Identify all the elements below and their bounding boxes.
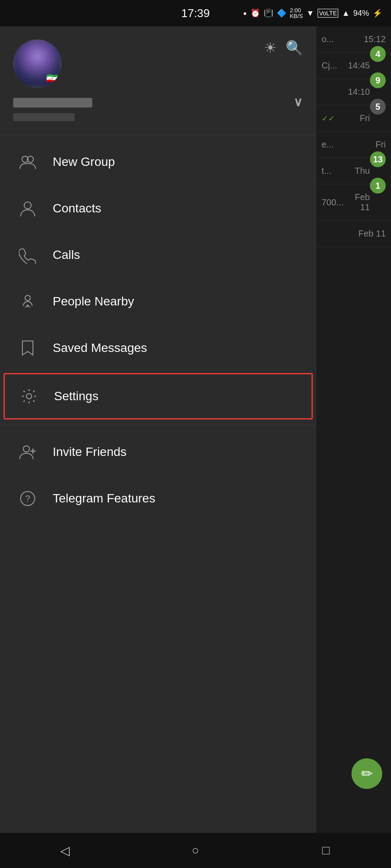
menu-item-calls[interactable]: Calls <box>0 232 316 278</box>
bookmark-icon <box>16 336 40 360</box>
battery-bolt-icon: ⚡ <box>373 8 382 18</box>
recents-icon: □ <box>322 843 329 857</box>
menu-label-contacts: Contacts <box>53 201 101 215</box>
chat-item-5[interactable]: e... Fri 13 <box>316 132 391 158</box>
status-icons: ● ⏰ 📳 🔷 2:00KB/S ▼ VoLTE ▲ 94% ⚡ <box>243 7 382 19</box>
chat-panel: o... 15:12 4 Cj... 14:45 9 14:10 5 ✓✓ Fr… <box>316 26 391 833</box>
chevron-down-icon[interactable]: ∨ <box>293 95 303 109</box>
chat-time-5: Fri <box>376 140 386 150</box>
menu-item-settings[interactable]: Settings <box>4 373 313 420</box>
chat-item-4[interactable]: ✓✓ Fri <box>316 105 391 132</box>
person-icon <box>16 197 40 220</box>
question-icon: ? <box>16 487 40 510</box>
pencil-icon: ✏ <box>361 765 373 782</box>
chat-time-3: 14:10 <box>348 87 370 97</box>
chat-time-1: 15:12 <box>364 34 386 44</box>
menu-label-new-group: New Group <box>53 155 115 169</box>
menu-item-telegram-features[interactable]: ? Telegram Features <box>0 475 316 522</box>
avatar[interactable]: 🇮🇷 <box>13 39 62 88</box>
menu-label-people-nearby: People Nearby <box>53 294 134 308</box>
menu-item-saved-messages[interactable]: Saved Messages <box>0 325 316 371</box>
menu-label-invite-friends: Invite Friends <box>53 445 127 459</box>
menu-label-calls: Calls <box>53 248 80 262</box>
user-sub <box>13 111 303 122</box>
chat-time-8: Feb 11 <box>358 229 386 239</box>
chat-preview-2: Cj... <box>322 61 337 71</box>
status-bar: 17:39 ● ⏰ 📳 🔷 2:00KB/S ▼ VoLTE ▲ 94% ⚡ <box>0 0 391 26</box>
data-speed-icon: 2:00KB/S <box>290 7 303 19</box>
menu-item-contacts[interactable]: Contacts <box>0 185 316 232</box>
menu-label-saved-messages: Saved Messages <box>53 341 147 355</box>
svg-point-6 <box>23 446 29 452</box>
menu-list: New Group Contacts Ca <box>0 139 316 833</box>
battery-text: 94% <box>353 9 369 18</box>
chat-item-8[interactable]: Feb 11 <box>316 221 391 247</box>
menu-label-telegram-features: Telegram Features <box>53 491 155 506</box>
alarm-icon: ⏰ <box>250 8 260 18</box>
status-time: 17:39 <box>181 7 210 20</box>
chat-item-6[interactable]: t... Thu 1 <box>316 158 391 184</box>
drawer: 🇮🇷 ☀ 🔍 ∨ <box>0 26 316 833</box>
chat-time-4: Fri <box>360 113 370 123</box>
brightness-icon[interactable]: ☀ <box>264 39 277 56</box>
home-icon: ○ <box>192 843 199 857</box>
chat-item-1[interactable]: o... 15:12 4 <box>316 26 391 53</box>
menu-item-new-group[interactable]: New Group <box>0 139 316 185</box>
notification-dot-icon: ● <box>243 10 246 17</box>
menu-item-people-nearby[interactable]: People Nearby <box>0 278 316 325</box>
recents-button[interactable]: □ <box>313 837 339 864</box>
avatar-flag-icon: 🇮🇷 <box>46 73 58 84</box>
signal-icon: ▲ <box>342 9 350 18</box>
compose-fab[interactable]: ✏ <box>351 758 382 789</box>
back-button[interactable]: ◁ <box>52 837 78 864</box>
phone-icon <box>16 243 40 267</box>
divider-1 <box>0 135 316 135</box>
bluetooth-icon: 🔷 <box>277 8 286 18</box>
add-person-icon <box>16 440 40 464</box>
menu-label-settings: Settings <box>54 389 98 403</box>
chat-time-6: Thu <box>355 166 370 176</box>
drawer-header: 🇮🇷 ☀ 🔍 ∨ <box>0 26 316 131</box>
home-button[interactable]: ○ <box>182 837 209 864</box>
svg-point-3 <box>25 295 30 301</box>
chat-item-7[interactable]: 700... Feb 11 <box>316 184 391 221</box>
svg-point-2 <box>24 202 31 209</box>
gear-icon <box>17 384 41 408</box>
back-icon: ◁ <box>60 843 70 858</box>
chat-time-2: 14:45 <box>348 61 370 71</box>
wifi-icon: ▼ <box>306 9 314 18</box>
search-icon[interactable]: 🔍 <box>286 39 303 56</box>
svg-point-5 <box>26 394 32 399</box>
chat-preview-6: t... <box>322 166 331 176</box>
checkmarks-4: ✓✓ <box>322 114 335 123</box>
user-name-row: ∨ <box>13 95 303 109</box>
vibrate-icon: 📳 <box>264 8 273 18</box>
nav-bar: ◁ ○ □ <box>0 833 391 868</box>
divider-2 <box>0 425 316 425</box>
chat-time-7: Feb 11 <box>343 192 370 212</box>
chat-preview-7: 700... <box>322 197 343 208</box>
svg-text:?: ? <box>25 494 30 503</box>
people-nearby-icon <box>16 290 40 313</box>
menu-item-invite-friends[interactable]: Invite Friends <box>0 429 316 475</box>
volte-icon: VoLTE <box>318 9 338 18</box>
chat-preview-5: e... <box>322 140 334 150</box>
user-name <box>13 95 94 109</box>
chat-preview-1: o... <box>322 34 334 44</box>
group-icon <box>16 150 40 174</box>
chat-item-3[interactable]: 14:10 5 <box>316 79 391 105</box>
app-container: 🇮🇷 ☀ 🔍 ∨ <box>0 26 391 833</box>
chat-item-2[interactable]: Cj... 14:45 9 <box>316 53 391 79</box>
